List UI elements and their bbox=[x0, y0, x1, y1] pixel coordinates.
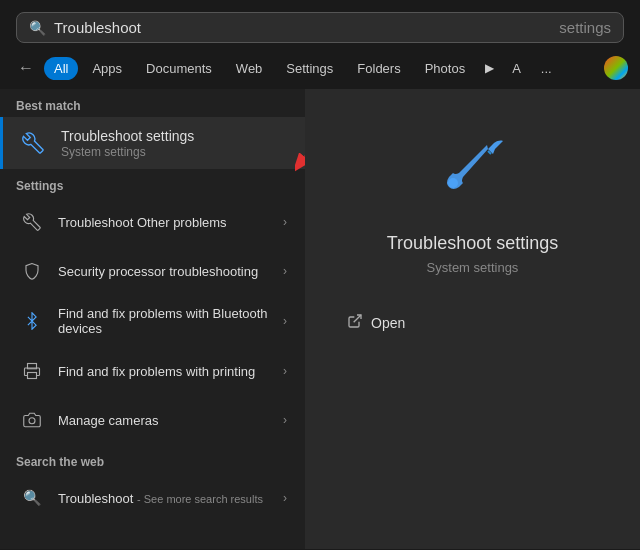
list-item-bluetooth-text: Find and fix problems with Bluetooth dev… bbox=[58, 306, 271, 336]
web-search-title: Troubleshoot - See more search results bbox=[58, 491, 271, 506]
camera-icon bbox=[18, 406, 46, 434]
list-item-security-title: Security processor troubleshooting bbox=[58, 264, 271, 279]
detail-title: Troubleshoot settings bbox=[387, 233, 558, 254]
web-section-label: Search the web bbox=[0, 445, 305, 473]
best-match-subtitle: System settings bbox=[61, 145, 291, 159]
shield-icon bbox=[18, 257, 46, 285]
chevron-icon-2: › bbox=[283, 314, 287, 328]
best-match-title: Troubleshoot settings bbox=[61, 128, 291, 144]
font-size-button[interactable]: A bbox=[504, 57, 529, 80]
detail-wrench-icon bbox=[433, 129, 513, 213]
search-input[interactable] bbox=[54, 19, 551, 36]
chevron-icon-web: › bbox=[283, 491, 287, 505]
left-panel: Best match Troubleshoot settings System … bbox=[0, 89, 305, 549]
list-item-printing-text: Find and fix problems with printing bbox=[58, 364, 271, 379]
open-button[interactable]: Open bbox=[335, 305, 630, 341]
more-tabs-icon[interactable]: ▶ bbox=[479, 57, 500, 79]
svg-line-5 bbox=[354, 315, 361, 322]
list-item-troubleshoot-other-text: Troubleshoot Other problems bbox=[58, 215, 271, 230]
tab-folders[interactable]: Folders bbox=[347, 57, 410, 80]
search-placeholder-text: settings bbox=[559, 19, 611, 36]
more-options-button[interactable]: ... bbox=[533, 57, 560, 80]
list-item-printing-title: Find and fix problems with printing bbox=[58, 364, 271, 379]
tab-apps[interactable]: Apps bbox=[82, 57, 132, 80]
list-item-printing[interactable]: Find and fix problems with printing › bbox=[4, 347, 301, 395]
back-button[interactable]: ← bbox=[12, 55, 40, 81]
windows-logo bbox=[604, 56, 628, 80]
svg-point-3 bbox=[29, 418, 35, 424]
web-search-text: Troubleshoot - See more search results bbox=[58, 491, 271, 506]
filter-tabs: ← All Apps Documents Web Settings Folder… bbox=[0, 55, 640, 81]
settings-section-label: Settings bbox=[0, 169, 305, 197]
search-icon: 🔍 bbox=[29, 20, 46, 36]
tab-web[interactable]: Web bbox=[226, 57, 273, 80]
list-item-troubleshoot-other-title: Troubleshoot Other problems bbox=[58, 215, 271, 230]
list-item-security[interactable]: Security processor troubleshooting › bbox=[4, 247, 301, 295]
list-item-cameras-title: Manage cameras bbox=[58, 413, 271, 428]
web-search-item[interactable]: 🔍 Troubleshoot - See more search results… bbox=[4, 474, 301, 522]
chevron-icon-3: › bbox=[283, 364, 287, 378]
list-item-troubleshoot-other[interactable]: Troubleshoot Other problems › bbox=[4, 198, 301, 246]
web-search-icon: 🔍 bbox=[18, 484, 46, 512]
tab-settings[interactable]: Settings bbox=[276, 57, 343, 80]
search-bar[interactable]: 🔍 settings bbox=[16, 12, 624, 43]
list-item-cameras[interactable]: Manage cameras › bbox=[4, 396, 301, 444]
tab-all[interactable]: All bbox=[44, 57, 78, 80]
tab-documents[interactable]: Documents bbox=[136, 57, 222, 80]
chevron-icon-1: › bbox=[283, 264, 287, 278]
tab-photos[interactable]: Photos bbox=[415, 57, 475, 80]
chevron-icon-4: › bbox=[283, 413, 287, 427]
best-match-icon bbox=[17, 127, 49, 159]
list-item-bluetooth[interactable]: Find and fix problems with Bluetooth dev… bbox=[4, 296, 301, 346]
bluetooth-icon bbox=[18, 307, 46, 335]
svg-rect-2 bbox=[28, 373, 37, 379]
list-item-cameras-text: Manage cameras bbox=[58, 413, 271, 428]
right-panel: Troubleshoot settings System settings Op… bbox=[305, 89, 640, 549]
svg-point-4 bbox=[448, 178, 458, 188]
main-layout: Best match Troubleshoot settings System … bbox=[0, 89, 640, 549]
key-icon bbox=[18, 208, 46, 236]
open-icon bbox=[347, 313, 363, 333]
detail-subtitle: System settings bbox=[427, 260, 519, 275]
best-match-item[interactable]: Troubleshoot settings System settings bbox=[0, 117, 305, 169]
red-arrow-annotation bbox=[295, 122, 305, 172]
best-match-label: Best match bbox=[0, 89, 305, 117]
list-item-security-text: Security processor troubleshooting bbox=[58, 264, 271, 279]
chevron-icon-0: › bbox=[283, 215, 287, 229]
printer-icon bbox=[18, 357, 46, 385]
best-match-text: Troubleshoot settings System settings bbox=[61, 128, 291, 159]
list-item-bluetooth-title: Find and fix problems with Bluetooth dev… bbox=[58, 306, 271, 336]
